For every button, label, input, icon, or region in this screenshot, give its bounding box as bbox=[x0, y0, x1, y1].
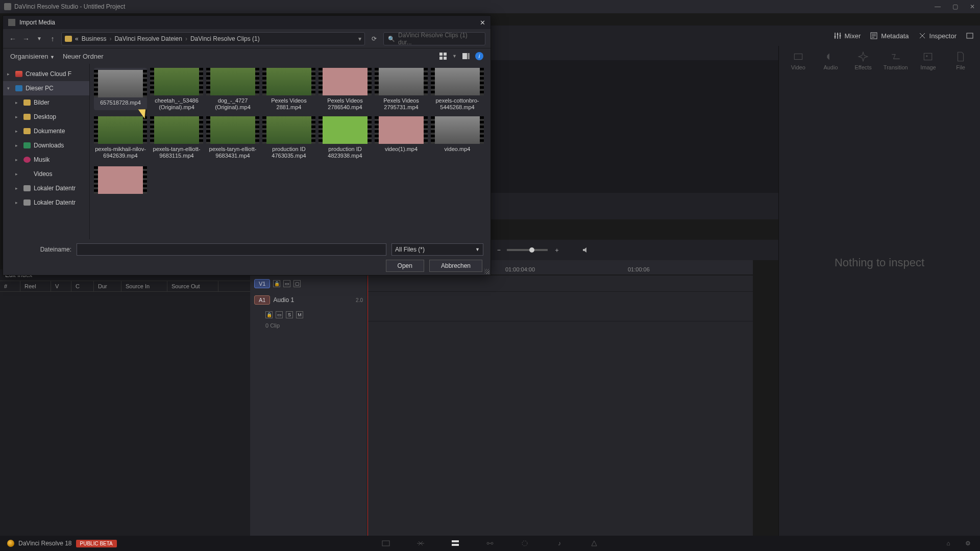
tree-item[interactable]: ▸Desktop bbox=[3, 110, 89, 124]
lock-icon[interactable]: 🔒 bbox=[273, 280, 280, 287]
organize-menu[interactable]: Organisieren ▼ bbox=[10, 53, 55, 60]
expander-icon[interactable]: ▸ bbox=[15, 171, 20, 177]
track-lane-a1[interactable] bbox=[368, 292, 753, 321]
file-item[interactable]: Pexels Videos 2881.mp4 bbox=[262, 68, 315, 110]
info-icon[interactable]: i bbox=[475, 52, 483, 60]
close-icon[interactable]: ✕ bbox=[480, 19, 485, 27]
auto-select-icon[interactable]: ▭ bbox=[283, 280, 290, 287]
chevron-down-icon[interactable]: ▼ bbox=[35, 36, 44, 41]
tab-transition[interactable]: Transition bbox=[880, 51, 911, 70]
track-lane-v1[interactable] bbox=[368, 276, 753, 292]
open-button[interactable]: Open bbox=[386, 260, 424, 272]
tree-item[interactable]: ▸Creative Cloud F bbox=[3, 67, 89, 81]
breadcrumb-item[interactable]: DaVinci Resolve Dateien bbox=[114, 35, 182, 42]
minimize-button[interactable]: — bbox=[934, 3, 941, 10]
file-item[interactable]: Pexels Videos 2786540.mp4 bbox=[318, 68, 372, 110]
file-item[interactable]: production ID 4763035.mp4 bbox=[262, 116, 315, 159]
new-folder-button[interactable]: Neuer Ordner bbox=[63, 53, 103, 60]
zoom-out-button[interactable]: − bbox=[497, 246, 501, 254]
tree-item[interactable]: ▸Musik bbox=[3, 153, 89, 167]
lock-icon[interactable]: 🔒 bbox=[265, 311, 273, 318]
folder-tree[interactable]: ▸Creative Cloud F▾Dieser PC▸Bilder▸Deskt… bbox=[3, 64, 90, 239]
breadcrumb[interactable]: « Business › DaVinci Resolve Dateien › D… bbox=[61, 32, 365, 45]
thumbnail-view-button[interactable] bbox=[439, 52, 447, 60]
solo-button[interactable]: S bbox=[286, 311, 293, 318]
metadata-toggle[interactable]: Metadata bbox=[870, 32, 909, 40]
close-button[interactable]: ✕ bbox=[969, 3, 976, 10]
file-item[interactable]: 657518728.mp4 bbox=[94, 68, 147, 110]
disable-icon[interactable]: ▢ bbox=[293, 280, 301, 287]
page-deliver[interactable] bbox=[589, 538, 599, 548]
chevron-down-icon[interactable]: ▼ bbox=[452, 54, 457, 59]
track-a1-badge[interactable]: A1 bbox=[254, 295, 270, 305]
page-media[interactable] bbox=[381, 538, 391, 548]
home-icon[interactable]: ⌂ bbox=[943, 538, 953, 548]
page-cut[interactable] bbox=[415, 538, 426, 548]
cancel-button[interactable]: Abbrechen bbox=[429, 260, 482, 272]
tree-item[interactable]: ▸Bilder bbox=[3, 95, 89, 110]
expander-icon[interactable]: ▸ bbox=[15, 186, 20, 191]
filename-input[interactable] bbox=[77, 243, 386, 256]
nav-back-button[interactable]: ← bbox=[8, 35, 17, 43]
col-src-out[interactable]: Source Out bbox=[167, 281, 218, 291]
file-item[interactable]: video(1).mp4 bbox=[375, 116, 428, 159]
track-lanes[interactable] bbox=[368, 276, 753, 536]
page-fusion[interactable] bbox=[485, 538, 495, 548]
inspector-toggle[interactable]: Inspector bbox=[918, 32, 957, 40]
file-item[interactable]: video.mp4 bbox=[431, 116, 484, 159]
expand-icon[interactable] bbox=[966, 32, 974, 40]
auto-select-icon[interactable]: ▭ bbox=[276, 311, 283, 318]
col-dur[interactable]: Dur bbox=[94, 281, 121, 291]
maximize-button[interactable]: ▢ bbox=[951, 3, 959, 10]
page-fairlight[interactable]: ♪ bbox=[554, 538, 565, 548]
col-c[interactable]: C bbox=[71, 281, 94, 291]
track-a1-header[interactable]: A1 Audio 1 2.0 bbox=[250, 292, 367, 308]
file-grid[interactable]: 657518728.mp4cheetah_-_53486 (Original).… bbox=[90, 64, 491, 239]
expander-icon[interactable]: ▸ bbox=[15, 157, 20, 162]
volume-icon[interactable] bbox=[581, 246, 590, 254]
file-item[interactable]: pexels-taryn-elliott-9683431.mp4 bbox=[206, 116, 259, 159]
preview-pane-button[interactable] bbox=[462, 52, 470, 60]
expander-icon[interactable]: ▸ bbox=[15, 143, 20, 148]
tree-item[interactable]: ▾Dieser PC bbox=[3, 81, 89, 95]
filetype-select[interactable]: All Files (*) ▼ bbox=[391, 243, 483, 256]
chevron-down-icon[interactable]: ▾ bbox=[358, 35, 361, 42]
tree-item[interactable]: ▸Videos bbox=[3, 167, 89, 181]
col-src-in[interactable]: Source In bbox=[121, 281, 167, 291]
settings-icon[interactable]: ⚙ bbox=[963, 538, 973, 548]
search-input[interactable]: DaVinci Resolve Clips (1) dur... bbox=[383, 32, 485, 45]
track-v1-badge[interactable]: V1 bbox=[254, 279, 270, 288]
mixer-toggle[interactable]: Mixer bbox=[834, 32, 861, 40]
track-v1-header[interactable]: V1 🔒 ▭ ▢ bbox=[250, 276, 367, 292]
file-item[interactable]: cheetah_-_53486 (Original).mp4 bbox=[150, 68, 203, 110]
tree-item[interactable]: ▸Lokaler Datentr bbox=[3, 181, 89, 195]
expander-icon[interactable]: ▾ bbox=[7, 86, 12, 91]
page-color[interactable] bbox=[520, 538, 530, 548]
tab-effects[interactable]: Effects bbox=[848, 51, 878, 70]
tab-audio[interactable]: Audio bbox=[815, 51, 846, 70]
file-item[interactable] bbox=[94, 166, 147, 194]
zoom-in-button[interactable]: ＋ bbox=[554, 246, 560, 255]
tree-item[interactable]: ▸Downloads bbox=[3, 138, 89, 153]
tree-item[interactable]: ▸Lokaler Datentr bbox=[3, 195, 89, 210]
file-item[interactable]: production ID 4823938.mp4 bbox=[318, 116, 372, 159]
file-item[interactable]: pexels-cottonbro-5445268.mp4 bbox=[431, 68, 484, 110]
breadcrumb-item[interactable]: Business bbox=[82, 35, 107, 42]
tab-video[interactable]: Video bbox=[783, 51, 814, 70]
resize-grip[interactable] bbox=[484, 269, 489, 274]
expander-icon[interactable]: ▸ bbox=[15, 114, 20, 119]
zoom-slider[interactable] bbox=[507, 249, 548, 251]
nav-forward-button[interactable]: → bbox=[21, 35, 31, 43]
dialog-titlebar[interactable]: Import Media ✕ bbox=[3, 16, 491, 29]
expander-icon[interactable]: ▸ bbox=[15, 200, 20, 205]
tree-item[interactable]: ▸Dokumente bbox=[3, 124, 89, 138]
expander-icon[interactable]: ▸ bbox=[7, 71, 12, 77]
col-num[interactable]: # bbox=[0, 281, 20, 291]
tab-image[interactable]: Image bbox=[913, 51, 943, 70]
file-item[interactable]: dog_-_4727 (Original).mp4 bbox=[206, 68, 259, 110]
tab-file[interactable]: File bbox=[945, 51, 976, 70]
mute-button[interactable]: M bbox=[296, 311, 303, 318]
expander-icon[interactable]: ▸ bbox=[15, 129, 20, 134]
playhead[interactable] bbox=[368, 260, 368, 536]
file-item[interactable]: pexels-taryn-elliott-9683115.mp4 bbox=[150, 116, 203, 159]
